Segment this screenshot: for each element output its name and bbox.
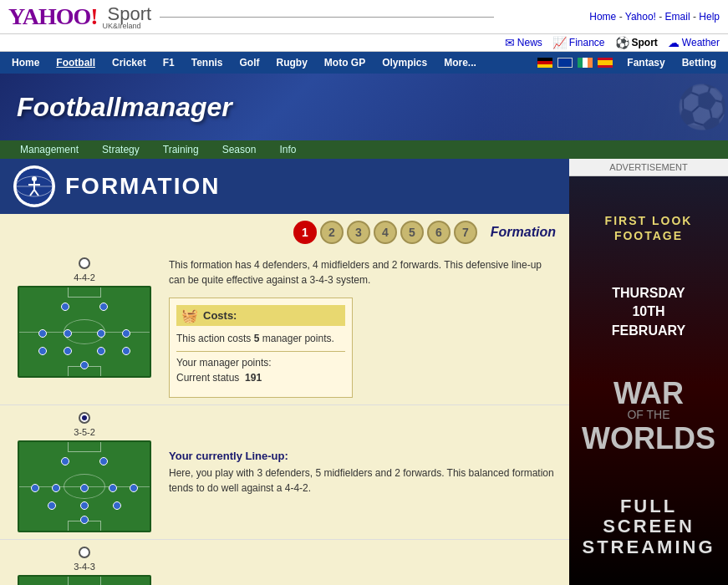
costs-icon: 🧺 — [181, 308, 198, 323]
step-7[interactable]: 7 — [454, 221, 477, 244]
top-nav-email[interactable]: Email — [665, 11, 690, 23]
nav-tennis[interactable]: Tennis — [183, 52, 232, 74]
formation-352-left: 3-5-2 — [13, 412, 155, 532]
costs-title: 🧺 Costs: — [176, 305, 345, 326]
fm-banner: Footballmanager ⚽ — [0, 74, 728, 140]
formation-352-name: 3-5-2 — [74, 427, 95, 437]
nav-fantasy[interactable]: Fantasy — [619, 52, 673, 74]
top-nav-yahoo[interactable]: Yahoo! — [625, 11, 656, 23]
step-6[interactable]: 6 — [427, 221, 451, 244]
ad-content[interactable]: FIRST LOOKFOOTAGE THURSDAY10THFEBRUARY W… — [569, 176, 728, 585]
fm-title: Footballmanager — [17, 92, 232, 123]
uk-ireland-label: UK&Ireland — [103, 22, 152, 30]
top-header: YAHOO! Sport UK&Ireland Home - Yahoo! - … — [0, 0, 728, 34]
nav-cricket[interactable]: Cricket — [104, 52, 155, 74]
formation-343-right: Formation with 3 defenders, 4 midfielder… — [169, 547, 556, 585]
content-area: FORMATION 1 2 3 4 5 6 7 — [0, 159, 728, 585]
formation-343-block: 3-4-3 — [0, 540, 569, 585]
flag-gb — [557, 58, 573, 68]
nav-football[interactable]: Football — [48, 52, 104, 74]
svg-point-3 — [32, 176, 37, 181]
formation-343-pitch — [18, 575, 151, 585]
formation-442-block: 4-4-2 — [0, 251, 569, 405]
formation-442-name: 4-4-2 — [74, 272, 95, 282]
top-nav-help[interactable]: Help — [699, 11, 720, 23]
formation-343-left: 3-4-3 — [13, 547, 155, 585]
formation-352-pitch — [18, 440, 151, 532]
nav-betting[interactable]: Betting — [674, 52, 725, 74]
ad-first-look: FIRST LOOKFOOTAGE — [605, 213, 693, 243]
formation-352-desc: Here, you play with 3 defenders, 5 midfi… — [169, 465, 556, 496]
sport-icon: ⚽ — [615, 36, 629, 49]
nav-f1[interactable]: F1 — [155, 52, 183, 74]
ad-war-of-worlds: WAR OF THE WORLDS — [582, 380, 715, 455]
sidebar: ADVERTISEMENT FIRST LOOKFOOTAGE THURSDAY… — [569, 159, 728, 585]
weather-icon: ☁ — [668, 36, 680, 49]
nav-olympics[interactable]: Olympics — [374, 52, 435, 74]
top-nav: Home - Yahoo! - Email - Help — [589, 11, 720, 23]
sec-nav-finance[interactable]: 📈 Finance — [552, 36, 605, 49]
formation-343-radio[interactable] — [79, 547, 90, 558]
fm-nav-training[interactable]: Training — [151, 140, 211, 159]
formation-442-left: 4-4-2 — [13, 257, 155, 398]
formation-442-pitch — [18, 286, 151, 378]
costs-box: 🧺 Costs: This action costs 5 manager poi… — [169, 298, 353, 398]
flag-es — [598, 58, 613, 68]
top-nav-home[interactable]: Home — [589, 11, 616, 23]
step-2[interactable]: 2 — [320, 221, 344, 244]
flag-de — [537, 58, 552, 68]
formation-442-radio[interactable] — [79, 257, 90, 269]
logo-area: YAHOO! Sport UK&Ireland — [8, 3, 494, 30]
nav-home[interactable]: Home — [3, 52, 48, 74]
formation-352-block: 3-5-2 — [0, 405, 569, 540]
ad-label: ADVERTISEMENT — [569, 159, 728, 176]
fm-nav-management[interactable]: Management — [8, 140, 90, 159]
ad-date: THURSDAY10THFEBRUARY — [612, 284, 685, 340]
nav-more[interactable]: More... — [435, 52, 485, 74]
formation-header: FORMATION — [0, 159, 569, 214]
formation-442-right: This formation has 4 defenders, 4 midfie… — [169, 257, 556, 398]
costs-description: This action costs 5 manager points. — [176, 331, 345, 346]
nav-motogp[interactable]: Moto GP — [316, 52, 374, 74]
costs-manager-points: Your manager points: Current status 191 — [176, 355, 345, 385]
fm-subtitle-nav: Management Strategy Training Season Info — [0, 140, 728, 159]
formation-352-radio[interactable] — [79, 412, 90, 424]
yahoo-logo: YAHOO! — [8, 3, 98, 30]
finance-icon: 📈 — [552, 36, 567, 49]
fm-nav-season[interactable]: Season — [211, 140, 268, 159]
sec-nav-sport[interactable]: ⚽ Sport — [615, 36, 658, 49]
step-3[interactable]: 3 — [347, 221, 370, 244]
fm-nav-info[interactable]: Info — [267, 140, 308, 159]
step-1[interactable]: 1 — [293, 221, 317, 244]
formation-352-right: Your currently Line-up: Here, you play w… — [169, 412, 556, 532]
main-content: FORMATION 1 2 3 4 5 6 7 — [0, 159, 569, 585]
sec-nav-weather[interactable]: ☁ Weather — [668, 36, 720, 49]
formation-442-desc: This formation has 4 defenders, 4 midfie… — [169, 257, 556, 287]
formation-title: FORMATION — [65, 173, 220, 200]
formation-352-current: Your currently Line-up: — [169, 450, 556, 462]
main-nav: Home Football Cricket F1 Tennis Golf Rug… — [0, 52, 728, 74]
news-icon: ✉ — [505, 36, 515, 49]
nav-golf[interactable]: Golf — [232, 52, 268, 74]
secondary-nav: ✉ News 📈 Finance ⚽ Sport ☁ Weather — [0, 34, 728, 52]
nav-rugby[interactable]: Rugby — [268, 52, 316, 74]
step-5[interactable]: 5 — [400, 221, 424, 244]
formation-icon — [13, 165, 55, 207]
flag-ie — [578, 58, 593, 68]
sec-nav-news[interactable]: ✉ News — [505, 36, 542, 49]
formation-343-name: 3-4-3 — [74, 562, 95, 572]
steps-area: 1 2 3 4 5 6 7 Formation — [0, 214, 569, 251]
formation-step-label: Formation — [491, 225, 556, 240]
step-4[interactable]: 4 — [374, 221, 397, 244]
ad-streaming: FULLSCREENSTREAMING — [583, 496, 715, 557]
fm-nav-strategy[interactable]: Strategy — [90, 140, 151, 159]
